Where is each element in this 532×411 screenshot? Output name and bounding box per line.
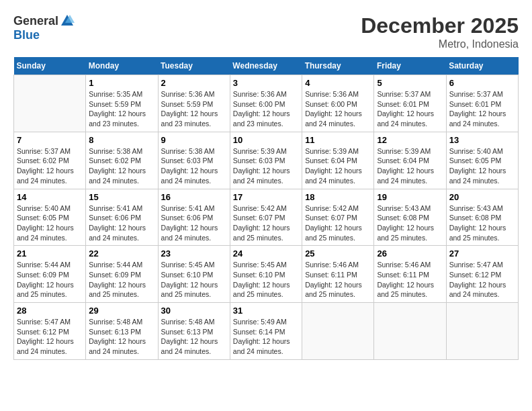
calendar-cell: 26Sunrise: 5:46 AM Sunset: 6:11 PM Dayli…	[374, 246, 446, 303]
logo-blue: Blue	[13, 28, 40, 42]
calendar-cell: 17Sunrise: 5:42 AM Sunset: 6:07 PM Dayli…	[230, 189, 302, 246]
page-header: General Blue December 2025 Metro, Indone…	[13, 13, 519, 50]
day-header: Friday	[374, 57, 446, 75]
calendar-cell: 29Sunrise: 5:48 AM Sunset: 6:13 PM Dayli…	[86, 303, 158, 360]
calendar-cell: 27Sunrise: 5:47 AM Sunset: 6:12 PM Dayli…	[446, 246, 518, 303]
day-detail: Sunrise: 5:44 AM Sunset: 6:09 PM Dayligh…	[17, 260, 83, 300]
day-number: 7	[17, 135, 83, 145]
day-header: Monday	[86, 57, 158, 75]
day-number: 17	[233, 192, 299, 202]
day-detail: Sunrise: 5:47 AM Sunset: 6:12 PM Dayligh…	[17, 317, 83, 357]
day-number: 21	[17, 248, 83, 259]
day-number: 11	[305, 135, 371, 145]
day-number: 4	[305, 78, 371, 88]
calendar-cell: 18Sunrise: 5:42 AM Sunset: 6:07 PM Dayli…	[302, 189, 374, 246]
day-number: 13	[449, 135, 515, 145]
day-number: 26	[377, 248, 443, 259]
calendar-cell	[374, 303, 446, 360]
day-number: 20	[449, 192, 515, 202]
day-detail: Sunrise: 5:46 AM Sunset: 6:11 PM Dayligh…	[305, 260, 371, 300]
day-detail: Sunrise: 5:46 AM Sunset: 6:11 PM Dayligh…	[377, 260, 443, 300]
calendar-cell: 24Sunrise: 5:45 AM Sunset: 6:10 PM Dayli…	[230, 246, 302, 303]
day-detail: Sunrise: 5:39 AM Sunset: 6:04 PM Dayligh…	[377, 146, 443, 186]
calendar-cell	[302, 303, 374, 360]
calendar-cell: 21Sunrise: 5:44 AM Sunset: 6:09 PM Dayli…	[14, 246, 86, 303]
calendar-cell: 8Sunrise: 5:38 AM Sunset: 6:02 PM Daylig…	[86, 132, 158, 189]
day-detail: Sunrise: 5:36 AM Sunset: 6:00 PM Dayligh…	[305, 89, 371, 129]
day-detail: Sunrise: 5:44 AM Sunset: 6:09 PM Dayligh…	[89, 260, 154, 300]
logo: General Blue	[13, 13, 75, 42]
day-detail: Sunrise: 5:37 AM Sunset: 6:02 PM Dayligh…	[17, 146, 83, 186]
calendar-cell: 23Sunrise: 5:45 AM Sunset: 6:10 PM Dayli…	[158, 246, 230, 303]
day-detail: Sunrise: 5:43 AM Sunset: 6:08 PM Dayligh…	[377, 203, 443, 243]
day-number: 28	[17, 306, 83, 316]
day-detail: Sunrise: 5:41 AM Sunset: 6:06 PM Dayligh…	[89, 203, 154, 243]
day-number: 22	[89, 248, 154, 259]
calendar-cell: 3Sunrise: 5:36 AM Sunset: 6:00 PM Daylig…	[230, 75, 302, 132]
day-detail: Sunrise: 5:40 AM Sunset: 6:05 PM Dayligh…	[17, 203, 83, 243]
calendar-cell: 10Sunrise: 5:39 AM Sunset: 6:03 PM Dayli…	[230, 132, 302, 189]
day-detail: Sunrise: 5:37 AM Sunset: 6:01 PM Dayligh…	[377, 89, 443, 129]
day-detail: Sunrise: 5:43 AM Sunset: 6:08 PM Dayligh…	[449, 203, 515, 243]
calendar-cell: 22Sunrise: 5:44 AM Sunset: 6:09 PM Dayli…	[86, 246, 158, 303]
calendar-title: December 2025	[361, 13, 519, 38]
calendar-week-row: 14Sunrise: 5:40 AM Sunset: 6:05 PM Dayli…	[14, 189, 519, 246]
calendar-cell: 13Sunrise: 5:40 AM Sunset: 6:05 PM Dayli…	[446, 132, 518, 189]
day-number: 16	[161, 192, 227, 202]
day-header: Wednesday	[230, 57, 302, 75]
day-number: 29	[89, 306, 154, 316]
calendar-cell: 2Sunrise: 5:36 AM Sunset: 5:59 PM Daylig…	[158, 75, 230, 132]
calendar-body: 1Sunrise: 5:35 AM Sunset: 5:59 PM Daylig…	[14, 75, 519, 360]
calendar-cell: 12Sunrise: 5:39 AM Sunset: 6:04 PM Dayli…	[374, 132, 446, 189]
day-number: 30	[161, 306, 227, 316]
calendar-cell: 9Sunrise: 5:38 AM Sunset: 6:03 PM Daylig…	[158, 132, 230, 189]
day-number: 19	[377, 192, 443, 202]
day-header: Sunday	[14, 57, 86, 75]
day-header: Thursday	[302, 57, 374, 75]
day-number: 10	[233, 135, 299, 145]
day-header: Saturday	[446, 57, 518, 75]
calendar-cell: 11Sunrise: 5:39 AM Sunset: 6:04 PM Dayli…	[302, 132, 374, 189]
day-number: 14	[17, 192, 83, 202]
day-number: 12	[377, 135, 443, 145]
day-detail: Sunrise: 5:35 AM Sunset: 5:59 PM Dayligh…	[89, 89, 154, 129]
day-header: Tuesday	[158, 57, 230, 75]
day-detail: Sunrise: 5:38 AM Sunset: 6:03 PM Dayligh…	[161, 146, 227, 186]
day-detail: Sunrise: 5:37 AM Sunset: 6:01 PM Dayligh…	[449, 89, 515, 129]
calendar-cell: 6Sunrise: 5:37 AM Sunset: 6:01 PM Daylig…	[446, 75, 518, 132]
day-number: 1	[89, 78, 154, 88]
day-number: 15	[89, 192, 154, 202]
calendar-cell: 14Sunrise: 5:40 AM Sunset: 6:05 PM Dayli…	[14, 189, 86, 246]
calendar-subtitle: Metro, Indonesia	[361, 38, 519, 50]
day-number: 6	[449, 78, 515, 88]
logo-general: General	[13, 14, 58, 28]
day-detail: Sunrise: 5:48 AM Sunset: 6:13 PM Dayligh…	[89, 317, 154, 357]
day-number: 2	[161, 78, 227, 88]
calendar-cell: 31Sunrise: 5:49 AM Sunset: 6:14 PM Dayli…	[230, 303, 302, 360]
day-detail: Sunrise: 5:42 AM Sunset: 6:07 PM Dayligh…	[305, 203, 371, 243]
day-detail: Sunrise: 5:45 AM Sunset: 6:10 PM Dayligh…	[161, 260, 227, 300]
calendar-cell: 30Sunrise: 5:48 AM Sunset: 6:13 PM Dayli…	[158, 303, 230, 360]
title-section: December 2025 Metro, Indonesia	[361, 13, 519, 50]
calendar-cell	[14, 75, 86, 132]
calendar-cell: 20Sunrise: 5:43 AM Sunset: 6:08 PM Dayli…	[446, 189, 518, 246]
calendar-cell: 28Sunrise: 5:47 AM Sunset: 6:12 PM Dayli…	[14, 303, 86, 360]
calendar-cell: 25Sunrise: 5:46 AM Sunset: 6:11 PM Dayli…	[302, 246, 374, 303]
day-number: 23	[161, 248, 227, 259]
day-number: 18	[305, 192, 371, 202]
day-detail: Sunrise: 5:48 AM Sunset: 6:13 PM Dayligh…	[161, 317, 227, 357]
day-detail: Sunrise: 5:36 AM Sunset: 6:00 PM Dayligh…	[233, 89, 299, 129]
day-number: 25	[305, 248, 371, 259]
calendar-week-row: 21Sunrise: 5:44 AM Sunset: 6:09 PM Dayli…	[14, 246, 519, 303]
logo-icon	[60, 13, 75, 28]
calendar-cell: 19Sunrise: 5:43 AM Sunset: 6:08 PM Dayli…	[374, 189, 446, 246]
day-detail: Sunrise: 5:45 AM Sunset: 6:10 PM Dayligh…	[233, 260, 299, 300]
calendar-week-row: 1Sunrise: 5:35 AM Sunset: 5:59 PM Daylig…	[14, 75, 519, 132]
day-number: 8	[89, 135, 154, 145]
day-detail: Sunrise: 5:41 AM Sunset: 6:06 PM Dayligh…	[161, 203, 227, 243]
day-number: 3	[233, 78, 299, 88]
day-detail: Sunrise: 5:40 AM Sunset: 6:05 PM Dayligh…	[449, 146, 515, 186]
day-detail: Sunrise: 5:42 AM Sunset: 6:07 PM Dayligh…	[233, 203, 299, 243]
calendar-cell: 5Sunrise: 5:37 AM Sunset: 6:01 PM Daylig…	[374, 75, 446, 132]
day-number: 5	[377, 78, 443, 88]
